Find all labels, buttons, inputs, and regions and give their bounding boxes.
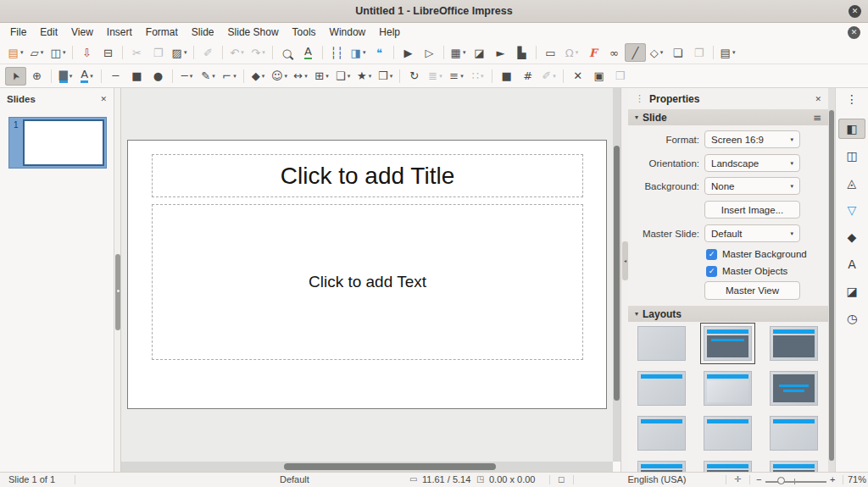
vertical-scrollbar[interactable] <box>613 88 620 462</box>
slide-canvas[interactable]: Click to add Title Click to add Text <box>127 140 607 409</box>
line-color-button[interactable]: A▾ <box>76 67 97 86</box>
align-objects-button[interactable]: ≣▾ <box>425 67 446 86</box>
rectangle-button[interactable]: ■ <box>126 67 147 86</box>
spelling-button[interactable]: A <box>298 43 319 62</box>
zoom-slider-track[interactable] <box>765 481 826 483</box>
zoom-in-button[interactable]: + <box>830 474 835 484</box>
export-pdf-button[interactable]: ⇩ <box>76 43 97 62</box>
insert-shape-button[interactable]: ◇▾ <box>646 43 667 62</box>
curves-and-polygons-button[interactable]: ✎▾ <box>198 67 219 86</box>
tab-shapes[interactable]: ◆ <box>838 227 865 247</box>
star-shapes-button[interactable]: ★▾ <box>353 67 375 86</box>
insert-media-button[interactable]: ► <box>490 43 511 62</box>
layout-six-content[interactable] <box>770 461 818 472</box>
background-dropdown[interactable]: None ▾ <box>704 177 800 195</box>
3d-objects-button[interactable]: ❒▾ <box>375 67 396 86</box>
text-placeholder[interactable]: Click to add Text <box>152 204 583 360</box>
crop-image-button[interactable]: # <box>517 67 538 86</box>
special-character-button[interactable]: Ω▾ <box>561 43 582 62</box>
glue-points-button[interactable]: ▣ <box>588 67 609 86</box>
title-bar[interactable]: Untitled 1 - LibreOffice Impress ✕ <box>0 0 868 23</box>
menu-edit[interactable]: Edit <box>33 24 64 41</box>
master-view-button[interactable]: Master View <box>704 281 800 300</box>
redo-button[interactable]: ↷▾ <box>248 43 269 62</box>
paste-button[interactable]: ▨▾ <box>169 43 190 62</box>
horizontal-scrollbar-thumb[interactable] <box>284 463 496 470</box>
display-views-button[interactable]: ◨▾ <box>348 43 369 62</box>
properties-close-icon[interactable]: ✕ <box>815 95 821 103</box>
layout-title-two-content[interactable] <box>637 371 686 406</box>
arrange-button[interactable]: ≡▾ <box>446 67 467 86</box>
menu-tools[interactable]: Tools <box>286 24 323 41</box>
clone-formatting-button[interactable]: ✐ <box>198 43 219 62</box>
slides-panel-close-icon[interactable]: ✕ <box>100 95 107 103</box>
cursor-position-status[interactable]: 11.61 / 5.14 <box>422 474 470 484</box>
slide-properties-button[interactable]: ▤▾ <box>717 43 738 62</box>
toggle-extrusion-button[interactable]: ❒ <box>609 67 631 86</box>
zoom-slider-knob[interactable] <box>777 477 785 484</box>
zoom-out-button[interactable]: − <box>756 474 761 484</box>
language-status[interactable]: English (USA) <box>593 474 721 484</box>
tab-animation[interactable]: ◬ <box>838 173 865 193</box>
menu-file[interactable]: File <box>3 24 33 41</box>
tab-master-slides[interactable]: ▽ <box>838 200 865 220</box>
horizontal-scrollbar[interactable] <box>121 462 613 472</box>
zoom-percent-status[interactable]: 71% <box>848 474 866 484</box>
tab-navigator[interactable]: ◷ <box>838 308 865 329</box>
format-dropdown[interactable]: Screen 16:9 ▾ <box>704 130 800 148</box>
slide-section-header[interactable]: ▾ Slide ≡ <box>628 109 828 125</box>
master-objects-checkbox[interactable]: ✓ <box>706 266 717 277</box>
slide-workspace[interactable]: Click to add Title Click to add Text <box>121 88 613 462</box>
hyperlink-button[interactable]: ∞ <box>604 43 625 62</box>
shadow-button[interactable]: ■ <box>496 67 517 86</box>
layout-two-content-and-content[interactable] <box>637 416 686 451</box>
display-grid-button[interactable]: ┆┆ <box>326 43 348 62</box>
zoom-pan-button[interactable]: ⊕ <box>26 67 47 86</box>
title-placeholder[interactable]: Click to add Title <box>152 154 583 197</box>
tab-gallery[interactable]: ◪ <box>838 281 865 302</box>
menu-insert[interactable]: Insert <box>100 24 139 41</box>
master-slide-dropdown[interactable]: Default ▾ <box>704 224 800 242</box>
transformations-button[interactable]: ✕ <box>567 67 588 86</box>
menu-slide-show[interactable]: Slide Show <box>221 24 286 41</box>
slide-thumbnail-1[interactable]: 1 <box>8 117 107 169</box>
block-arrows-button[interactable]: ↔▾ <box>290 67 311 86</box>
insert-image-button[interactable]: Insert Image... <box>704 201 800 219</box>
splitter-grip[interactable] <box>115 254 120 330</box>
ellipse-button[interactable]: ● <box>147 67 169 86</box>
master-background-checkbox[interactable]: ✓ <box>706 249 717 260</box>
callout-shapes-button[interactable]: ❑▾ <box>332 67 353 86</box>
insert-comment-button[interactable]: ❝ <box>369 43 390 62</box>
insert-text-box-button[interactable]: ▭ <box>540 43 561 62</box>
menu-format[interactable]: Format <box>139 24 185 41</box>
sidebar-settings[interactable]: ⋮ <box>838 93 865 105</box>
layout-blank[interactable] <box>637 326 686 361</box>
start-from-current-slide-button[interactable]: ▷ <box>419 43 440 62</box>
flowchart-shapes-button[interactable]: ⊞▾ <box>311 67 332 86</box>
sidebar-collapse-handle[interactable]: ◂ <box>622 241 628 280</box>
insert-table-button[interactable]: ▦▾ <box>448 43 469 62</box>
fill-color-button[interactable]: ▆▾ <box>55 67 76 86</box>
copy-button[interactable]: ❐ <box>147 43 169 62</box>
undo-button[interactable]: ↶▾ <box>226 43 248 62</box>
slides-pane-splitter[interactable] <box>114 88 121 472</box>
tab-properties[interactable]: ◧ <box>838 119 865 139</box>
new-document-button[interactable]: ▤▾ <box>5 43 26 62</box>
insert-chart-button[interactable]: ▙ <box>511 43 532 62</box>
duplicate-slide-button[interactable]: ❏ <box>667 43 688 62</box>
layout-title-only[interactable] <box>704 371 752 406</box>
insert-line-button[interactable]: ╱ <box>625 43 646 62</box>
menu-help[interactable]: Help <box>372 24 407 41</box>
move-slide-button[interactable]: ❐ <box>688 43 709 62</box>
select-button[interactable]: ➤ <box>5 67 26 86</box>
distribute-selection-button[interactable]: ∷▾ <box>467 67 488 86</box>
layout-two-content-over-content[interactable] <box>770 416 818 451</box>
layout-centered-text[interactable] <box>770 371 818 406</box>
layouts-section-header[interactable]: ▾ Layouts <box>628 306 828 322</box>
open-file-button[interactable]: ▱▾ <box>26 43 47 62</box>
menu-slide[interactable]: Slide <box>185 24 221 41</box>
layout-title-content[interactable] <box>770 326 818 361</box>
rotate-button[interactable]: ↻ <box>403 67 425 86</box>
save-button[interactable]: ◫▾ <box>47 43 69 62</box>
insert-image-button[interactable]: ◪ <box>469 43 490 62</box>
